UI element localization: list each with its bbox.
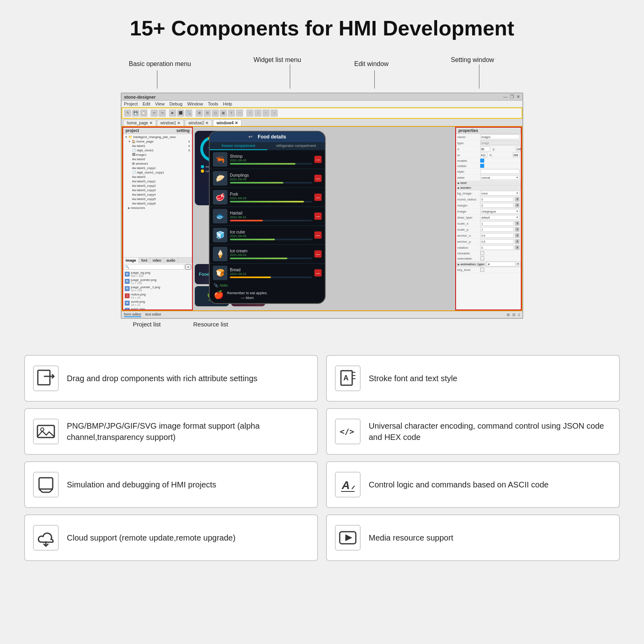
toolbar-icon-7[interactable]: ⬛ xyxy=(177,109,184,117)
prop-scaley-input[interactable]: 1 xyxy=(480,227,514,232)
food-delete-btn[interactable]: — xyxy=(314,231,322,239)
food-delete-btn[interactable]: — xyxy=(314,156,322,163)
tree-item[interactable]: ▼ 🏠 home_page ∨ xyxy=(124,139,191,144)
toolbar-icon-5[interactable]: ↪ xyxy=(159,109,166,117)
prop-scalex-input[interactable]: 1 xyxy=(480,221,514,226)
tree-resources[interactable]: ▶ resources xyxy=(124,206,191,210)
tree-item[interactable]: 🖼 image1 xyxy=(124,153,191,157)
minimize-btn[interactable]: — xyxy=(503,94,508,99)
prop-roundradius-input[interactable]: 0 xyxy=(480,197,514,202)
prop-x-input[interactable]: 36 xyxy=(480,147,490,151)
food-delete-btn[interactable]: — xyxy=(314,194,322,201)
tab-window4[interactable]: window4 ✕ xyxy=(213,120,242,126)
resource-search[interactable] xyxy=(124,264,184,270)
toolbar-icon-14[interactable]: ⋯ xyxy=(236,109,243,117)
toolbar-icon-16[interactable]: ↓ xyxy=(254,109,262,117)
prop-margin-stepper[interactable]: ⧖ xyxy=(515,203,520,208)
toolbar-icon-11[interactable]: ◻ xyxy=(212,109,219,117)
toolbar-icon-9[interactable]: ⊞ xyxy=(196,109,203,117)
close-btn[interactable]: ✕ xyxy=(516,94,520,99)
prop-image-select[interactable]: chargingcar ▼ xyxy=(480,209,520,214)
prop-scaley-stepper[interactable]: ⧖ xyxy=(515,227,520,232)
prop-value-name[interactable]: image1 xyxy=(480,134,520,139)
tree-item[interactable]: ⊞ window1 xyxy=(124,161,191,166)
prop-animtype-val[interactable]: 4 xyxy=(487,262,516,266)
toolbar-icon-6[interactable]: ▶ xyxy=(169,109,176,117)
toolbar-icon-17[interactable]: ← xyxy=(262,109,270,117)
food-delete-btn[interactable]: — xyxy=(314,213,322,220)
phone-tab-fridge[interactable]: refrigerator compartment xyxy=(267,142,325,150)
toolbar-icon-8[interactable]: 🔍 xyxy=(185,109,192,117)
tab-window2[interactable]: window2 ✕ xyxy=(185,120,212,126)
tree-item[interactable]: Aa label3_copy5 xyxy=(124,197,191,201)
menu-debug[interactable]: Debug xyxy=(169,101,182,106)
tree-item[interactable]: Aa label3_copy6 xyxy=(124,201,191,206)
maximize-btn[interactable]: ❐ xyxy=(510,94,514,99)
prop-scalex-stepper[interactable]: ⧖ xyxy=(515,221,520,226)
prop-w-input[interactable]: 411 xyxy=(480,153,487,157)
prop-anchory-input[interactable]: 0.5 xyxy=(480,239,514,244)
menu-tools[interactable]: Tools xyxy=(208,101,218,106)
tree-item[interactable]: Aa label3 xyxy=(124,175,191,179)
prop-rotation-stepper[interactable]: ⧖ xyxy=(515,245,520,250)
toolbar-icon-18[interactable]: → xyxy=(270,109,278,117)
tree-item[interactable]: Aa label3_copy2 xyxy=(124,184,191,188)
food-delete-btn[interactable]: — xyxy=(314,269,322,277)
menu-project[interactable]: Project xyxy=(124,101,138,106)
res-tab-video[interactable]: video xyxy=(150,258,164,263)
prop-anchorx-stepper[interactable]: ⧖ xyxy=(515,233,520,238)
tree-item[interactable]: Aa label1 ∧ xyxy=(124,144,191,148)
tab-homepage[interactable]: home_page ✕ xyxy=(123,120,156,126)
toolbar-icon-15[interactable]: ↑ xyxy=(246,109,254,117)
tree-item[interactable]: 🕐 digit_clock1_copy1 xyxy=(124,170,191,175)
tree-item[interactable]: ▼ 📁 Intelligent_charging_pile_new xyxy=(124,135,191,139)
prop-enable-check[interactable] xyxy=(480,159,484,163)
toolbar-icon-10[interactable]: ⊟ xyxy=(204,109,211,117)
menu-edit[interactable]: Edit xyxy=(142,101,150,106)
status-tab-form[interactable]: form editor xyxy=(124,312,141,317)
prop-bgimage-select[interactable]: none ▼ xyxy=(480,191,520,196)
food-delete-btn[interactable]: — xyxy=(314,250,322,258)
res-tab-font[interactable]: font xyxy=(139,258,150,263)
tab-window1[interactable]: window1 ✕ xyxy=(157,120,184,126)
back-arrow[interactable]: ↩ xyxy=(248,134,252,140)
prop-visible-check[interactable] xyxy=(480,164,484,168)
tree-item[interactable]: Aa label1_copy1 xyxy=(124,166,191,170)
toolbar-icon-12[interactable]: ▦ xyxy=(220,109,227,117)
toolbar-icon-3[interactable]: 📋 xyxy=(140,109,147,117)
toolbar-icon-2[interactable]: 💾 xyxy=(132,109,139,117)
toolbar-icon-13[interactable]: T xyxy=(228,109,235,117)
prop-h-input[interactable]: 289 xyxy=(513,153,520,157)
menu-window[interactable]: Window xyxy=(187,101,203,106)
menu-view[interactable]: View xyxy=(155,101,165,106)
tree-item[interactable]: Aa label3_copy3 xyxy=(124,188,191,192)
prop-state-select[interactable]: normal ▼ xyxy=(480,175,520,180)
tree-item[interactable]: Aa label3_copy4 xyxy=(124,192,191,197)
prop-label-rotation: rotation: xyxy=(457,246,479,250)
prop-margin-input[interactable]: 0 xyxy=(480,203,514,208)
res-tab-audio[interactable]: audio xyxy=(164,258,178,263)
tree-item[interactable]: Aa label3_copy1 xyxy=(124,179,191,184)
prop-style-input[interactable] xyxy=(480,169,520,174)
prop-drawtype-select[interactable]: default ▼ xyxy=(480,215,520,220)
status-zoom: 1 xyxy=(518,313,520,317)
prop-visible: visible: xyxy=(456,163,521,169)
toolbar-icon-1[interactable]: ✎ xyxy=(124,109,131,117)
prop-clickable-check[interactable] xyxy=(480,251,484,255)
toolbar-icon-4[interactable]: ↩ xyxy=(151,109,158,117)
tree-item[interactable]: 🕐 digit_clock1 ∧ xyxy=(124,148,191,153)
status-tab-text[interactable]: text editor xyxy=(145,312,161,317)
prop-y-input[interactable]: 120 xyxy=(516,147,522,151)
prop-keytone-check[interactable] xyxy=(480,268,484,272)
prop-selectable-check[interactable] xyxy=(480,256,484,260)
tree-item[interactable]: Aa label2 xyxy=(124,157,191,161)
prop-anchorx-input[interactable]: 0.5 xyxy=(480,233,514,238)
add-resource-btn[interactable]: + xyxy=(185,264,191,270)
prop-anchory-stepper[interactable]: ⧖ xyxy=(515,239,520,244)
res-tab-image[interactable]: image xyxy=(123,258,139,263)
menu-help[interactable]: Help xyxy=(223,101,232,106)
prop-rotation-input[interactable]: 0 xyxy=(480,245,514,250)
food-delete-btn[interactable]: — xyxy=(314,175,322,182)
phone-tab-freezer[interactable]: freezer compartment xyxy=(210,142,267,150)
prop-roundradius-stepper[interactable]: ⧖ xyxy=(515,197,520,202)
